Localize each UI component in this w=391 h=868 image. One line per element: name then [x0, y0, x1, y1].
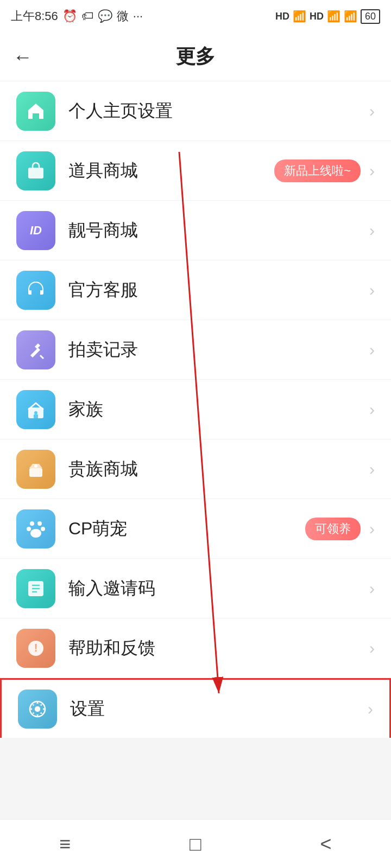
menu-arrow-customer-service: ›	[369, 281, 375, 299]
menu-icon-cp-pet	[16, 509, 55, 548]
menu-arrow-noble-shop: ›	[369, 460, 375, 478]
svg-text:!: !	[34, 642, 38, 654]
menu-arrow-home-settings: ›	[369, 102, 375, 120]
menu-arrow-settings: ›	[368, 700, 373, 718]
menu-list: 个人主页设置›道具商城新品上线啦~›ID靓号商城›官方客服›拍卖记录›家族›贵族…	[0, 81, 391, 738]
status-bar: 上午8:56 ⏰ 🏷 💬 微 ··· HD 📶 HD 📶 📶 60	[0, 0, 391, 33]
signal2-icon: 📶	[327, 10, 340, 23]
menu-label-invite-code: 输入邀请码	[68, 577, 369, 601]
nav-menu[interactable]: ≡	[59, 833, 71, 856]
back-button[interactable]: ←	[13, 46, 33, 68]
menu-item-help-feedback[interactable]: !帮助和反馈›	[0, 618, 391, 678]
svg-point-11	[30, 529, 41, 538]
svg-point-3	[34, 411, 37, 414]
menu-item-cp-pet[interactable]: CP萌宠可领养›	[0, 499, 391, 559]
svg-point-10	[41, 527, 45, 531]
menu-icon-auction-record	[16, 330, 55, 369]
menu-label-settings: 设置	[70, 697, 368, 721]
menu-label-cp-pet: CP萌宠	[68, 517, 305, 541]
menu-label-family: 家族	[68, 398, 369, 422]
svg-line-1	[40, 355, 43, 359]
header: ← 更多	[0, 33, 391, 81]
menu-icon-family	[16, 390, 55, 429]
svg-rect-0	[28, 168, 43, 178]
menu-arrow-family: ›	[369, 400, 375, 419]
menu-label-help-feedback: 帮助和反馈	[68, 636, 369, 660]
menu-label-auction-record: 拍卖记录	[68, 338, 369, 362]
weibo-icon: 微	[117, 8, 129, 24]
menu-icon-invite-code	[16, 569, 55, 608]
hd-label1: HD	[275, 11, 289, 22]
menu-icon-home-settings	[16, 92, 55, 131]
menu-item-home-settings[interactable]: 个人主页设置›	[0, 81, 391, 141]
menu-label-home-settings: 个人主页设置	[68, 99, 369, 123]
svg-point-9	[27, 527, 31, 531]
nav-home[interactable]: □	[190, 833, 201, 856]
menu-badge-item-shop: 新品上线啦~	[274, 159, 361, 182]
menu-arrow-auction-record: ›	[369, 341, 375, 359]
menu-item-auction-record[interactable]: 拍卖记录›	[0, 320, 391, 380]
menu-label-customer-service: 官方客服	[68, 278, 369, 302]
menu-label-noble-shop: 贵族商城	[68, 457, 369, 481]
menu-icon-noble-shop	[16, 450, 55, 489]
menu-arrow-item-shop: ›	[369, 162, 375, 180]
svg-rect-4	[34, 414, 38, 418]
menu-badge-cp-pet: 可领养	[305, 518, 361, 540]
svg-point-7	[30, 521, 34, 526]
menu-item-noble-shop[interactable]: 贵族商城›	[0, 439, 391, 499]
alarm-icon: ⏰	[62, 9, 77, 23]
menu-arrow-pretty-number: ›	[369, 221, 375, 240]
menu-label-item-shop: 道具商城	[68, 159, 274, 183]
signal1-icon: 📶	[293, 10, 306, 23]
menu-item-family[interactable]: 家族›	[0, 380, 391, 439]
nav-back[interactable]: <	[320, 833, 332, 856]
sticker-icon: 🏷	[81, 9, 93, 23]
menu-arrow-cp-pet: ›	[369, 520, 375, 538]
menu-icon-settings	[18, 690, 57, 729]
menu-arrow-invite-code: ›	[369, 579, 375, 598]
menu-item-invite-code[interactable]: 输入邀请码›	[0, 559, 391, 618]
menu-icon-help-feedback: !	[16, 629, 55, 668]
status-right: HD 📶 HD 📶 📶 60	[275, 9, 380, 24]
menu-icon-item-shop	[16, 151, 55, 190]
menu-icon-pretty-number: ID	[16, 211, 55, 250]
hd-label2: HD	[310, 11, 324, 22]
menu-icon-customer-service	[16, 271, 55, 310]
status-left: 上午8:56 ⏰ 🏷 💬 微 ···	[11, 8, 143, 24]
svg-point-20	[35, 706, 40, 712]
wifi-icon: 📶	[344, 10, 357, 23]
menu-item-pretty-number[interactable]: ID靓号商城›	[0, 201, 391, 260]
menu-arrow-help-feedback: ›	[369, 639, 375, 658]
menu-item-item-shop[interactable]: 道具商城新品上线啦~›	[0, 141, 391, 201]
menu-item-customer-service[interactable]: 官方客服›	[0, 260, 391, 320]
battery-icon: 60	[361, 9, 380, 24]
page-title: 更多	[176, 43, 215, 70]
menu-item-settings[interactable]: 设置›	[0, 678, 391, 738]
messenger-icon: 💬	[98, 9, 112, 23]
svg-rect-5	[29, 468, 42, 477]
svg-point-6	[34, 464, 37, 468]
bottom-nav: ≡ □ <	[0, 819, 391, 868]
svg-point-8	[37, 521, 42, 526]
status-time: 上午8:56	[11, 8, 58, 24]
more-icon: ···	[133, 9, 143, 23]
menu-label-pretty-number: 靓号商城	[68, 219, 369, 242]
